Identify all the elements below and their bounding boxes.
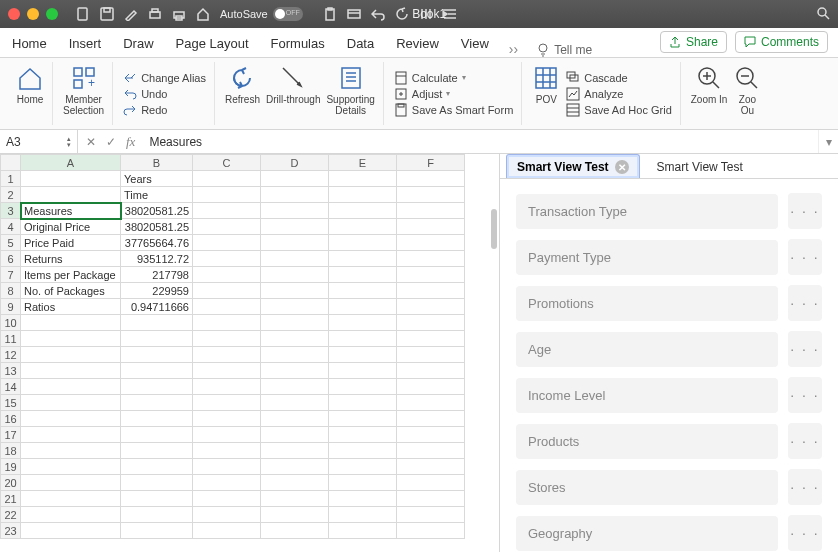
row-header-8[interactable]: 8 [1,283,21,299]
cell-D6[interactable] [261,251,329,267]
cell-A19[interactable] [21,459,121,475]
cell-C11[interactable] [193,331,261,347]
row-header-4[interactable]: 4 [1,219,21,235]
row-header-13[interactable]: 13 [1,363,21,379]
cell-B2[interactable]: Time [121,187,193,203]
dimension-field[interactable]: Promotions [516,286,778,321]
col-header-F[interactable]: F [397,155,465,171]
cell-E3[interactable] [329,203,397,219]
cell-C10[interactable] [193,315,261,331]
cancel-formula-icon[interactable]: ✕ [86,135,96,149]
namebox-stepper-icon[interactable]: ▴▾ [67,136,71,148]
cell-D12[interactable] [261,347,329,363]
cell-C4[interactable] [193,219,261,235]
cell-A10[interactable] [21,315,121,331]
dimension-options-button[interactable]: · · · [788,515,822,551]
cell-A9[interactable]: Ratios [21,299,121,315]
cell-F15[interactable] [397,395,465,411]
tab-review[interactable]: Review [394,30,441,57]
home-button[interactable]: Home [16,64,44,105]
cell-F6[interactable] [397,251,465,267]
change-alias-button[interactable]: Change Alias [123,71,206,85]
cell-B5[interactable]: 37765664.76 [121,235,193,251]
cell-E18[interactable] [329,443,397,459]
tab-home[interactable]: Home [10,30,49,57]
cell-B7[interactable]: 217798 [121,267,193,283]
cell-A16[interactable] [21,411,121,427]
panel-tab-2[interactable]: Smart View Test [646,154,754,178]
cell-B20[interactable] [121,475,193,491]
cell-C5[interactable] [193,235,261,251]
cell-D4[interactable] [261,219,329,235]
formula-input[interactable]: Measures [143,135,818,149]
row-header-18[interactable]: 18 [1,443,21,459]
adjust-button[interactable]: Adjust▾ [394,87,513,101]
cell-C9[interactable] [193,299,261,315]
refresh-button[interactable]: Refresh [225,64,260,105]
fx-icon[interactable]: fx [126,134,135,150]
zoom-in-button[interactable]: Zoom In [691,64,728,105]
cell-E21[interactable] [329,491,397,507]
row-header-11[interactable]: 11 [1,331,21,347]
tab-insert[interactable]: Insert [67,30,104,57]
cell-F5[interactable] [397,235,465,251]
cell-C8[interactable] [193,283,261,299]
cell-F8[interactable] [397,283,465,299]
cell-F3[interactable] [397,203,465,219]
cell-C6[interactable] [193,251,261,267]
cell-B17[interactable] [121,427,193,443]
cell-D21[interactable] [261,491,329,507]
cell-B10[interactable] [121,315,193,331]
cell-E20[interactable] [329,475,397,491]
row-header-16[interactable]: 16 [1,411,21,427]
cell-A14[interactable] [21,379,121,395]
maximize-window-icon[interactable] [46,8,58,20]
cell-E15[interactable] [329,395,397,411]
cell-D3[interactable] [261,203,329,219]
cell-D20[interactable] [261,475,329,491]
cell-B11[interactable] [121,331,193,347]
cell-C3[interactable] [193,203,261,219]
cell-A22[interactable] [21,507,121,523]
cell-C15[interactable] [193,395,261,411]
expand-formula-bar-icon[interactable]: ▾ [818,130,838,153]
cell-D5[interactable] [261,235,329,251]
tab-draw[interactable]: Draw [121,30,155,57]
row-header-21[interactable]: 21 [1,491,21,507]
save-adhoc-button[interactable]: Save Ad Hoc Grid [566,103,671,117]
cell-C1[interactable] [193,171,261,187]
cell-C12[interactable] [193,347,261,363]
autosave-switch[interactable] [273,7,303,21]
cell-A12[interactable] [21,347,121,363]
print-preview-icon[interactable] [172,7,186,21]
cell-B13[interactable] [121,363,193,379]
drill-through-button[interactable]: Drill-through [266,64,320,105]
cell-A3[interactable]: Measures [21,203,121,219]
row-header-12[interactable]: 12 [1,347,21,363]
cell-E16[interactable] [329,411,397,427]
cell-F20[interactable] [397,475,465,491]
dimension-field[interactable]: Transaction Type [516,194,778,229]
cell-F23[interactable] [397,523,465,539]
tell-me[interactable]: Tell me [536,43,592,57]
cell-B6[interactable]: 935112.72 [121,251,193,267]
cell-C13[interactable] [193,363,261,379]
cell-D1[interactable] [261,171,329,187]
col-header-D[interactable]: D [261,155,329,171]
dimension-field[interactable]: Age [516,332,778,367]
scrollbar-thumb[interactable] [491,209,497,249]
cell-F17[interactable] [397,427,465,443]
autosave-toggle[interactable]: AutoSave [220,7,303,21]
name-box[interactable]: A3 ▴▾ [0,130,78,153]
clipboard-icon[interactable] [323,7,337,21]
pov-button[interactable]: POV [532,64,560,105]
print-icon[interactable] [148,7,162,21]
dimension-options-button[interactable]: · · · [788,377,822,413]
cell-F12[interactable] [397,347,465,363]
cell-A2[interactable] [21,187,121,203]
col-header-A[interactable]: A [21,155,121,171]
cell-F2[interactable] [397,187,465,203]
home-icon[interactable] [196,7,210,21]
cell-F18[interactable] [397,443,465,459]
cell-E5[interactable] [329,235,397,251]
